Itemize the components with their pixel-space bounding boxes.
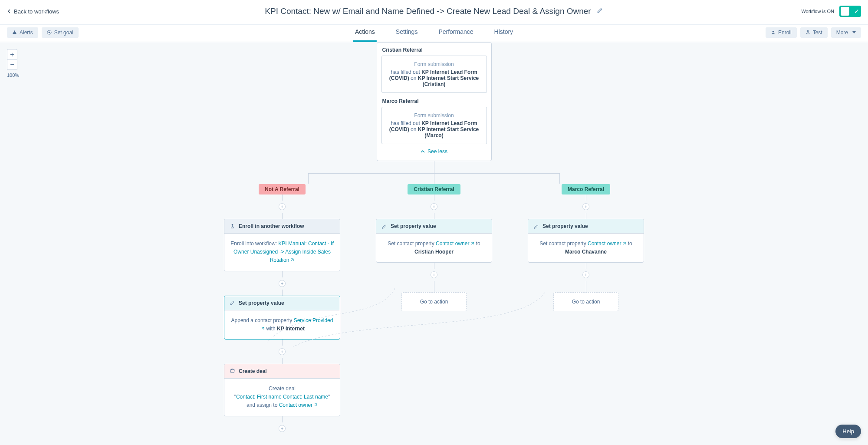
trigger-1-card[interactable]: Form submission has filled out KP Intern… [381,56,487,93]
back-to-workflows-link[interactable]: Back to workflows [7,8,59,15]
enroll-workflow-card[interactable]: Enroll in another workflow Enroll into w… [224,219,340,271]
add-action-button[interactable]: + [582,271,589,278]
svg-point-3 [232,224,233,225]
pencil-icon [381,224,387,229]
on-text-2: on [409,126,418,132]
zoom-in-button[interactable]: + [7,49,17,59]
target-icon [47,30,52,35]
zoom-controls: + − 100% [7,49,19,78]
back-label: Back to workflows [14,8,59,15]
connector [434,161,434,173]
property-text: Contact owner [588,241,621,247]
workflow-icon [230,224,235,229]
owner-link[interactable]: Contact owner [279,402,318,408]
workflow-status-label: Workflow is ON [801,9,834,14]
branch-not-referral: Not A Referral + Enroll in another workf… [221,184,343,435]
has-filled-text: has filled out [391,69,421,75]
add-action-button[interactable]: + [431,203,437,210]
workflow-tree: Cristian Referral Form submission has fi… [104,42,764,445]
see-less-label: See less [427,148,447,155]
alert-triangle-icon [12,30,17,35]
workflow-canvas[interactable]: + − 100% Cristian Referral Form submissi… [0,42,868,445]
token-first-name: Contact: First name [236,394,282,400]
enroll-label: Enroll [778,30,792,36]
main-tabs: Actions Settings Performance History [353,24,515,41]
zoom-out-button[interactable]: − [7,59,17,70]
external-link-icon [290,258,294,262]
alerts-button[interactable]: Alerts [7,27,38,38]
card-body: Create deal "Contact: First name Contact… [224,379,340,416]
tab-actions[interactable]: Actions [353,24,377,42]
to-text: to [626,241,632,247]
header-right: Workflow is ON ✓ [801,6,861,17]
body-prefix: Set contact property [539,241,588,247]
card-header: Enroll in another workflow [224,219,340,234]
connector [282,194,283,201]
go-to-action-marco[interactable]: Go to action [553,292,618,311]
set-property-marco-card[interactable]: Set property value Set contact property … [528,219,644,263]
card-header: Create deal [224,364,340,379]
card-header: Set property value [224,296,340,310]
body-prefix: Set contact property [388,241,436,247]
set-goal-button[interactable]: Set goal [42,27,79,38]
set-property-cristian-card[interactable]: Set property value Set contact property … [376,219,492,263]
branch-label-not-referral[interactable]: Not A Referral [259,184,306,194]
trigger-group-2-title: Marco Referral [382,98,487,104]
token-last-name: Contact: Last name [283,394,328,400]
zoom-level: 100% [7,73,19,78]
add-action-button[interactable]: + [582,203,589,210]
add-action-button[interactable]: + [279,280,286,287]
with-text: with [265,326,277,332]
external-link-icon [470,241,474,246]
card-title: Set property value [391,223,436,229]
set-goal-label: Set goal [54,30,73,36]
help-button[interactable]: Help [835,425,861,438]
branch-drop-3 [559,173,560,184]
tab-settings[interactable]: Settings [394,24,420,41]
chevron-up-icon [421,149,425,154]
tab-performance[interactable]: Performance [437,24,475,41]
trigger-group-1-title: Cristian Referral [382,47,487,53]
set-property-service-card[interactable]: Set property value Append a contact prop… [224,296,340,340]
pencil-icon [533,224,539,229]
connector [282,213,283,219]
add-action-button[interactable]: + [279,203,286,210]
connector [282,290,283,296]
enroll-button[interactable]: Enroll [766,27,797,38]
go-to-action-cristian[interactable]: Go to action [401,292,467,311]
test-button[interactable]: Test [800,27,828,38]
enrollment-trigger-box[interactable]: Cristian Referral Form submission has fi… [377,42,492,161]
connector [434,194,434,201]
pencil-icon [230,300,235,306]
branch-row: Not A Referral + Enroll in another workf… [104,184,764,435]
branch-label-cristian[interactable]: Cristian Referral [408,184,460,194]
see-less-toggle[interactable]: See less [381,148,487,155]
property-link[interactable]: Contact owner [588,241,626,247]
chevron-left-icon [7,9,11,13]
on-text-1: on [409,75,418,81]
connector [586,263,586,269]
pencil-icon[interactable] [597,7,603,15]
deal-icon [230,368,235,374]
value-text: KP Internet [277,326,305,332]
external-link-icon [313,403,318,407]
add-action-button[interactable]: + [279,348,286,355]
tab-history[interactable]: History [493,24,515,41]
page-name-1: KP Internet Start Service (Cristian) [418,75,479,87]
property-link[interactable]: Contact owner [436,241,474,247]
add-action-button[interactable]: + [279,425,286,432]
add-action-button[interactable]: + [431,271,437,278]
create-deal-card[interactable]: Create deal Create deal "Contact: First … [224,364,340,416]
card-title: Set property value [542,223,588,229]
trigger-2-card[interactable]: Form submission has filled out KP Intern… [381,107,487,144]
test-label: Test [813,30,822,36]
branch-label-marco[interactable]: Marco Referral [562,184,610,194]
branch-drop-2 [434,173,434,184]
workflow-on-toggle[interactable]: ✓ [839,6,861,17]
toggle-knob [841,7,849,16]
form-submission-label: Form submission [386,61,482,67]
more-button[interactable]: More [831,27,861,38]
branch-marco: Marco Referral + Set property value Set … [525,184,647,435]
toolbar: Alerts Set goal Actions Settings Perform… [0,24,868,40]
body-prefix: Enroll into workflow: [230,241,278,247]
